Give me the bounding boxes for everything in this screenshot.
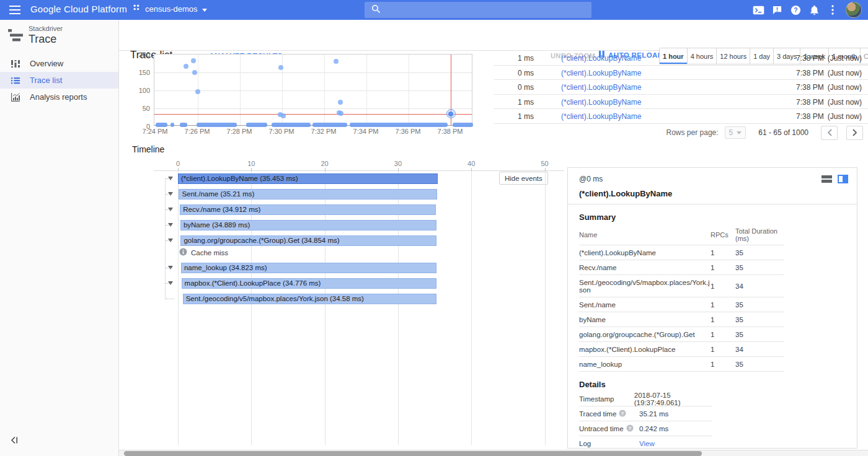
x-axis-label: 7:38 PM: [430, 128, 470, 135]
search-bar[interactable]: [365, 2, 591, 18]
y-axis-label: 200: [125, 51, 150, 58]
sidebar-item-label: Overview: [30, 59, 63, 68]
rows-per-page-select[interactable]: 5: [725, 126, 746, 139]
trace-name-link[interactable]: (*client).LookupByName: [561, 98, 641, 107]
stacked-layout-icon[interactable]: [822, 175, 832, 183]
summary-rpcs: 1: [711, 297, 735, 312]
sidebar-item-analysis-reports[interactable]: Analysis reports: [0, 89, 118, 105]
detail-label: Untraced time?: [579, 424, 639, 433]
y-gridline: [154, 72, 472, 73]
timeline-span-bar[interactable]: Recv./name (34.912 ms): [180, 204, 436, 215]
timeline-span-bar[interactable]: Sent./name (35.21 ms): [179, 189, 437, 200]
feedback-icon[interactable]: [768, 0, 786, 20]
timeline-span-bar[interactable]: golang.org/groupcache.(*Group).Get (34.8…: [180, 235, 436, 246]
project-selector[interactable]: census-demos: [133, 4, 207, 14]
trace-point-band[interactable]: [350, 123, 448, 127]
trace-row[interactable]: 0 ms(*client).LookupByName7:38 PM (Just …: [494, 80, 868, 95]
user-avatar[interactable]: [846, 2, 862, 18]
trace-list-icon: [11, 76, 20, 86]
summary-table: Name RPCs Total Duration (ms) (*client).…: [579, 224, 784, 372]
summary-name: mapbox.(*Client).LookupPlace: [579, 342, 711, 357]
trace-point[interactable]: [339, 111, 343, 116]
trace-point-band[interactable]: [170, 123, 174, 127]
trace-point-band[interactable]: [156, 123, 167, 127]
trace-point-band[interactable]: [453, 123, 472, 127]
trace-point[interactable]: [191, 58, 196, 63]
log-view-link[interactable]: View: [639, 440, 655, 447]
trace-point[interactable]: [281, 113, 286, 118]
timeline-span-bar[interactable]: (*client).LookupByName (35.453 ms): [178, 173, 438, 184]
trace-point-band[interactable]: [312, 123, 347, 127]
topbar: Google Cloud Platform census-demos ?: [0, 0, 868, 20]
timeline-span-bar[interactable]: Sent./geocoding/v5/mapbox.places/York.js…: [183, 294, 436, 304]
topbar-icons: ?: [749, 0, 868, 20]
rows-per-page-value: 5: [729, 128, 733, 137]
trace-row[interactable]: 1 ms(*client).LookupByName7:38 PM (Just …: [494, 109, 868, 124]
timeline-title: Timeline: [132, 144, 164, 154]
summary-row: byName135: [579, 312, 784, 327]
ruler-tick-label: 30: [390, 160, 406, 167]
x-axis-label: 7:24 PM: [135, 128, 175, 135]
trace-point-band[interactable]: [246, 123, 267, 127]
trace-point[interactable]: [338, 100, 343, 105]
hamburger-menu-icon[interactable]: [9, 6, 20, 14]
detail-value: 35.21 ms: [639, 410, 668, 418]
summary-duration: 35: [735, 245, 784, 260]
next-page-button[interactable]: [846, 126, 863, 140]
tree-connector-stub: [166, 194, 170, 195]
summary-col-duration: Total Duration (ms): [735, 224, 784, 245]
trace-name-link[interactable]: (*client).LookupByName: [561, 69, 641, 77]
trace-row[interactable]: 1 ms(*client).LookupByName7:38 PM (Just …: [494, 95, 868, 110]
help-circle-icon[interactable]: ?: [619, 410, 626, 418]
details-title: Details: [579, 380, 846, 389]
sidebar-item-trace-list[interactable]: Trace list: [0, 72, 118, 89]
side-panel-layout-icon[interactable]: [838, 175, 848, 183]
tree-connector-line: [165, 179, 166, 299]
stackdriver-trace-screen: Google Cloud Platform census-demos ? Sta…: [0, 0, 868, 456]
trace-point[interactable]: [278, 65, 283, 70]
help-icon[interactable]: ?: [786, 0, 805, 20]
x-axis-label: 7:30 PM: [262, 128, 301, 135]
trace-point-band[interactable]: [272, 123, 311, 127]
timeline-span-bar[interactable]: byName (34.889 ms): [180, 220, 436, 230]
trace-point[interactable]: [192, 70, 197, 75]
prev-page-button[interactable]: [821, 126, 838, 140]
horizontal-scrollbar-thumb[interactable]: [124, 451, 702, 456]
trace-point[interactable]: [334, 59, 339, 64]
help-circle-icon[interactable]: ?: [626, 424, 634, 433]
trace-latency: 0 ms: [518, 69, 534, 77]
timeline-span-bar[interactable]: name_lookup (34.823 ms): [181, 263, 436, 273]
collapse-sidebar-button[interactable]: [9, 436, 20, 446]
trace-name-link[interactable]: (*client).LookupByName: [561, 112, 641, 121]
trace-name-link[interactable]: (*client).LookupByName: [561, 54, 641, 63]
summary-rpcs: 1: [711, 275, 735, 297]
summary-duration: 35: [735, 357, 784, 372]
search-input[interactable]: [387, 6, 573, 15]
summary-name: byName: [579, 312, 711, 327]
span-event: Cache miss: [179, 248, 228, 257]
hide-events-button[interactable]: Hide events: [499, 172, 548, 185]
selected-trace-point[interactable]: [448, 112, 453, 116]
timeline-span-bar[interactable]: mapbox.(*Client).LookupPlace (34.776 ms): [182, 278, 436, 289]
sidebar-item-overview[interactable]: Overview: [0, 55, 118, 72]
summary-duration: 34: [735, 275, 784, 297]
tree-connector-stub: [166, 240, 170, 241]
summary-rpcs: 1: [711, 327, 735, 342]
summary-row: Sent./geocoding/v5/mapbox.places/York.js…: [579, 275, 784, 297]
trace-name-link[interactable]: (*client).LookupByName: [561, 83, 641, 92]
trace-point[interactable]: [184, 64, 188, 69]
summary-name: Sent./name: [579, 297, 711, 312]
cloud-shell-icon[interactable]: [749, 0, 768, 20]
notifications-bell-icon[interactable]: [805, 0, 823, 20]
more-options-icon[interactable]: [823, 0, 842, 20]
trace-row[interactable]: 1 ms(*client).LookupByName7:38 PM (Just …: [494, 51, 868, 66]
trace-point-band[interactable]: [197, 123, 237, 127]
trace-point-band[interactable]: [180, 123, 187, 127]
analysis-reports-icon: [11, 92, 20, 102]
trace-point[interactable]: [195, 89, 200, 94]
summary-duration: 35: [735, 260, 784, 275]
trace-row[interactable]: 0 ms(*client).LookupByName7:38 PM (Just …: [494, 66, 868, 81]
trace-detail-panel: @0 ms (*client).LookupByName Summary Nam…: [567, 167, 857, 449]
page-range: 61 - 65 of 1000: [758, 128, 808, 137]
latency-scatter-plot[interactable]: [154, 54, 472, 126]
